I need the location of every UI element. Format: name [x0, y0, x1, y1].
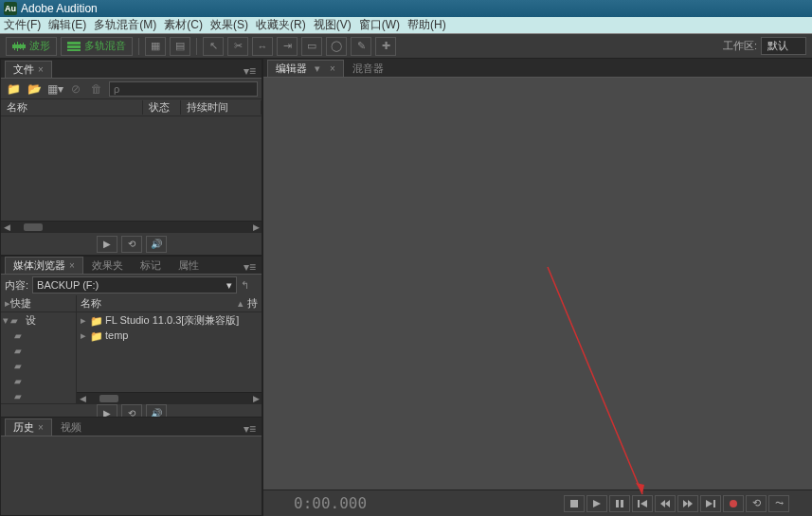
close-icon[interactable]: ×: [38, 64, 44, 75]
tool-time-select[interactable]: ⇥: [277, 37, 298, 56]
skip-selection-button[interactable]: ⤳: [768, 495, 789, 512]
search-input[interactable]: [109, 81, 258, 97]
open-file-icon[interactable]: 📁: [5, 81, 22, 97]
tool-marquee[interactable]: ▭: [301, 37, 322, 56]
tool-razor[interactable]: ✂: [227, 37, 248, 56]
menu-help[interactable]: 帮助(H): [407, 17, 446, 33]
history-list[interactable]: [1, 436, 262, 515]
history-panel: 历史× 视频 ▾≡: [0, 417, 262, 516]
folder-list-body[interactable]: [77, 343, 262, 392]
drives-tree[interactable]: ▸快捷 ▾▰设 ▰ ▰ ▰ ▰ ▰: [1, 295, 77, 403]
pause-button[interactable]: [609, 495, 630, 512]
col-status[interactable]: 状态: [143, 100, 181, 115]
menu-favorites[interactable]: 收藏夹(R): [256, 17, 306, 33]
scroll-right-icon[interactable]: ▶: [250, 393, 262, 404]
chevron-right-icon[interactable]: ▸: [81, 314, 86, 327]
tab-files[interactable]: 文件×: [5, 61, 52, 78]
close-file-icon[interactable]: ⊘: [67, 81, 84, 97]
delete-icon[interactable]: 🗑: [88, 81, 105, 97]
tool-slip[interactable]: ↔: [252, 37, 273, 56]
chevron-down-icon[interactable]: ▾: [3, 314, 9, 327]
go-to-end-button[interactable]: [700, 495, 721, 512]
panel-menu-icon[interactable]: ▾≡: [238, 260, 262, 274]
scroll-left-icon[interactable]: ◀: [1, 222, 12, 233]
menu-file[interactable]: 文件(F): [4, 17, 41, 33]
menu-multitrack[interactable]: 多轨混音(M): [94, 17, 156, 33]
new-file-icon[interactable]: ▦▾: [46, 81, 63, 97]
folder-icon: 📁: [90, 330, 101, 340]
drive-icon: ▰: [14, 361, 27, 370]
close-icon[interactable]: ×: [38, 422, 44, 433]
col-name[interactable]: 名称: [1, 100, 143, 115]
menu-clip[interactable]: 素材(C): [164, 17, 203, 33]
panel-menu-icon[interactable]: ▾≡: [238, 64, 262, 78]
folder-row[interactable]: ▸📁temp: [77, 328, 262, 343]
drive-icon: ▰: [14, 376, 27, 385]
svg-rect-4: [23, 43, 24, 50]
scroll-left-icon[interactable]: ◀: [77, 393, 88, 404]
up-folder-icon[interactable]: ↰: [241, 279, 258, 292]
svg-marker-15: [641, 500, 647, 507]
scroll-right-icon[interactable]: ▶: [250, 222, 262, 233]
tool-move[interactable]: ↖: [203, 37, 224, 56]
waveform-view-button[interactable]: 波形: [6, 37, 57, 56]
svg-line-8: [548, 267, 642, 494]
play-preview-button[interactable]: ▶: [97, 236, 117, 253]
tab-media-browser[interactable]: 媒体浏览器×: [5, 257, 83, 274]
rewind-button[interactable]: [655, 495, 676, 512]
content-path-select[interactable]: BACKUP (F:)▾: [32, 276, 237, 294]
tool-brush[interactable]: ✎: [351, 37, 371, 56]
col-type[interactable]: 持: [247, 296, 258, 311]
horizontal-scrollbar[interactable]: ◀ ▶: [77, 392, 262, 403]
media-browser-panel: 媒体浏览器× 效果夹 标记 属性 ▾≡ 内容: BACKUP (F:)▾ ↰ ▸…: [0, 256, 262, 417]
tab-mixer[interactable]: 混音器: [344, 60, 392, 77]
multitrack-view-button[interactable]: 多轨混音: [61, 37, 133, 56]
menu-edit[interactable]: 编辑(E): [48, 17, 86, 33]
waveform-label: 波形: [29, 39, 50, 53]
workspace-select[interactable]: 默认: [761, 37, 806, 55]
files-list[interactable]: [1, 116, 262, 221]
skip-end-icon: [706, 500, 715, 507]
loop-button[interactable]: ⟲: [746, 495, 767, 512]
import-icon[interactable]: 📂: [26, 81, 43, 97]
tab-editor[interactable]: 编辑器▾×: [267, 60, 344, 77]
stop-icon: [570, 500, 578, 507]
tool-heal[interactable]: ✚: [375, 37, 396, 56]
tab-effects-rack[interactable]: 效果夹: [83, 257, 132, 274]
menu-view[interactable]: 视图(V): [314, 17, 352, 33]
col-name[interactable]: 名称: [81, 296, 238, 311]
tab-markers[interactable]: 标记: [132, 257, 170, 274]
close-icon[interactable]: ×: [69, 260, 75, 271]
svg-marker-16: [660, 500, 665, 507]
tab-video[interactable]: 视频: [52, 418, 90, 436]
menu-window[interactable]: 窗口(W): [359, 17, 400, 33]
chevron-down-icon[interactable]: ▾: [315, 62, 320, 75]
tab-properties[interactable]: 属性: [170, 257, 208, 274]
go-to-start-button[interactable]: [632, 495, 653, 512]
fast-forward-button[interactable]: [677, 495, 698, 512]
menu-effects[interactable]: 效果(S): [210, 17, 248, 33]
stop-button[interactable]: [564, 495, 585, 512]
play-button[interactable]: [586, 495, 607, 512]
pause-icon: [616, 500, 623, 507]
svg-rect-14: [638, 500, 640, 507]
svg-rect-10: [570, 500, 578, 507]
tool-lasso[interactable]: ◯: [326, 37, 347, 56]
loop-preview-button[interactable]: ⟲: [121, 236, 142, 253]
folder-row[interactable]: ▸📁FL Studio 11.0.3[亲测兼容版]: [77, 312, 262, 328]
panel-menu-icon[interactable]: ▾≡: [238, 422, 262, 436]
close-icon[interactable]: ×: [330, 63, 335, 74]
col-duration[interactable]: 持续时间: [181, 100, 262, 115]
scroll-thumb[interactable]: [24, 223, 43, 231]
tool-pitch[interactable]: ▤: [170, 37, 190, 56]
tool-spectral[interactable]: ▦: [145, 37, 166, 56]
waveform-icon: [12, 42, 26, 51]
autoplay-button[interactable]: 🔊: [146, 236, 167, 253]
horizontal-scrollbar[interactable]: ◀ ▶: [1, 221, 262, 232]
record-button[interactable]: [723, 495, 744, 512]
scroll-thumb[interactable]: [99, 395, 118, 402]
chevron-right-icon[interactable]: ▸: [81, 329, 86, 342]
content-label: 内容:: [5, 278, 28, 293]
tab-history[interactable]: 历史×: [5, 418, 52, 436]
editor-canvas[interactable]: [263, 78, 812, 489]
